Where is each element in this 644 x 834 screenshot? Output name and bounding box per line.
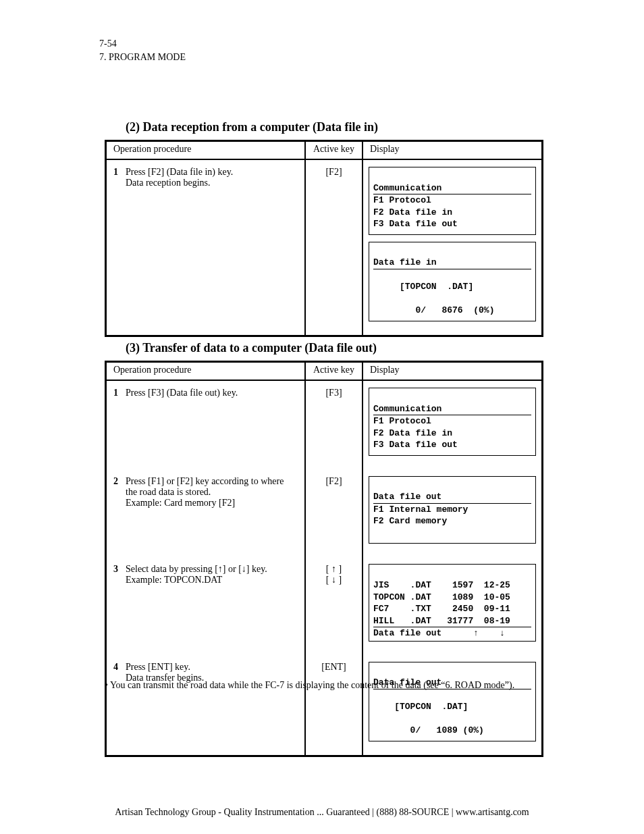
operation-cell: 2 Press [F1] or [F2] key according to wh… <box>107 469 306 558</box>
display-cell: Communication F1 Protocol F2 Data file i… <box>363 160 541 335</box>
step-text: Select data by pressing [↑] or [↓] key. <box>126 564 298 575</box>
page-number: 7-54 <box>99 38 117 49</box>
screen-title: Data file out <box>373 491 531 504</box>
step-number: 1 <box>113 167 126 188</box>
lcd-screen: Data file in [TOPCON .DAT] 0/ 8676 (0%) <box>369 242 536 321</box>
operation-cell: 3 Select data by pressing [↑] or [↓] key… <box>107 557 306 654</box>
screen-line: F2 Data file in <box>373 428 452 438</box>
screen-line: F3 Data file out <box>373 440 458 450</box>
table-row: 2 Press [F1] or [F2] key according to wh… <box>107 469 541 558</box>
step-number: 2 <box>113 476 126 509</box>
operation-cell: 1 Press [F2] (Data file in) key. Data re… <box>107 160 306 335</box>
subsection-text: Data reception from a computer (Data fil… <box>143 120 378 134</box>
active-key-cell: [ENT] <box>306 655 363 755</box>
display-cell: Data file out [TOPCON .DAT] 0/ 1089 (0%) <box>363 655 541 755</box>
active-key-cell: [ ↑ ] [ ↓ ] <box>306 557 363 654</box>
up-arrow-icon: ↑ <box>218 564 223 574</box>
step-example: Example: Card memory [F2] <box>126 498 298 509</box>
screen-line: 0/ 1089 (0%) <box>373 725 484 735</box>
subsection-text: Transfer of data to a computer (Data fil… <box>142 341 377 355</box>
display-cell: JIS .DAT 1597 12-25 TOPCON .DAT 1089 10-… <box>363 557 541 654</box>
col-active-key: Active key <box>306 363 363 380</box>
operation-cell: 4 Press [ENT] key. Data transfer begins. <box>107 655 306 755</box>
procedure-table-2: Operation procedure Active key Display 1… <box>105 361 543 757</box>
page-footer: Artisan Technology Group - Quality Instr… <box>0 807 644 818</box>
lcd-screen: JIS .DAT 1597 12-25 TOPCON .DAT 1089 10-… <box>369 564 536 641</box>
subsection-title-1: (2) Data reception from a computer (Data… <box>126 120 378 134</box>
operation-cell: 1 Press [F3] (Data file out) key. <box>107 381 306 469</box>
screen-line: F1 Internal memory <box>373 504 468 515</box>
file-row: JIS .DAT 1597 12-25 <box>373 580 510 590</box>
screen-line: F2 Data file in <box>373 207 452 217</box>
col-display: Display <box>363 363 541 380</box>
screen-line: F2 Card memory <box>373 516 447 526</box>
file-row: HILL .DAT 31777 08-19 <box>373 616 510 626</box>
procedure-table-1: Operation procedure Active key Display 1… <box>105 140 543 337</box>
subsection-number: (3) <box>126 341 142 355</box>
step-text: Press [F2] (Data file in) key. <box>126 167 298 178</box>
col-operation: Operation procedure <box>107 142 306 159</box>
active-key-cell: [F2] <box>306 160 363 335</box>
screen-line: [TOPCON .DAT] <box>373 282 473 292</box>
step-text: Data reception begins. <box>126 178 298 188</box>
step-example: Example: TOPCON.DAT <box>126 575 298 585</box>
col-operation: Operation procedure <box>107 363 306 380</box>
col-active-key: Active key <box>306 142 363 159</box>
subsection-title-2: (3) Transfer of data to a computer (Data… <box>126 341 377 355</box>
step-number: 3 <box>113 564 126 585</box>
file-row: TOPCON .DAT 1089 10-05 <box>373 592 510 602</box>
step-text: Press [F1] or [F2] key according to wher… <box>126 476 298 498</box>
screen-line: F1 Protocol <box>373 195 431 205</box>
step-text: Press [ENT] key. <box>126 662 298 673</box>
screen-title: Communication <box>373 403 531 416</box>
lcd-screen: Communication F1 Protocol F2 Data file i… <box>369 167 536 235</box>
screen-line: [TOPCON .DAT] <box>373 702 468 712</box>
screen-line: 0/ 8676 (0%) <box>373 305 494 315</box>
step-number: 1 <box>113 388 126 398</box>
table-row: 1 Press [F3] (Data file out) key. [F3] C… <box>107 381 541 469</box>
file-row: FC7 .TXT 2450 09-11 <box>373 604 510 614</box>
step-text: Press [F3] (Data file out) key. <box>126 388 298 398</box>
screen-footer: Data file out ↑ ↓ <box>373 627 531 640</box>
table-header: Operation procedure Active key Display <box>107 363 541 381</box>
active-key-cell: [F2] <box>306 469 363 558</box>
active-key-cell: [F3] <box>306 381 363 469</box>
table-row: 4 Press [ENT] key. Data transfer begins.… <box>107 655 541 755</box>
section-header: 7. PROGRAM MODE <box>99 52 186 63</box>
note-bullet: • You can transmit the road data while t… <box>105 680 543 691</box>
screen-line: F3 Data file out <box>373 219 458 229</box>
down-arrow-icon: ↓ <box>242 564 246 574</box>
screen-title: Communication <box>373 182 531 195</box>
table-row: 1 Press [F2] (Data file in) key. Data re… <box>107 160 541 335</box>
screen-line: F1 Protocol <box>373 416 431 426</box>
col-display: Display <box>363 142 541 159</box>
lcd-screen: Communication F1 Protocol F2 Data file i… <box>369 388 536 456</box>
display-cell: Communication F1 Protocol F2 Data file i… <box>363 381 541 469</box>
screen-title: Data file in <box>373 257 531 269</box>
table-header: Operation procedure Active key Display <box>107 142 541 160</box>
lcd-screen: Data file out [TOPCON .DAT] 0/ 1089 (0%) <box>369 662 536 741</box>
table-row: 3 Select data by pressing [↑] or [↓] key… <box>107 557 541 654</box>
subsection-number: (2) <box>126 120 143 134</box>
lcd-screen: Data file out F1 Internal memory F2 Card… <box>369 476 536 544</box>
display-cell: Data file out F1 Internal memory F2 Card… <box>363 469 541 558</box>
